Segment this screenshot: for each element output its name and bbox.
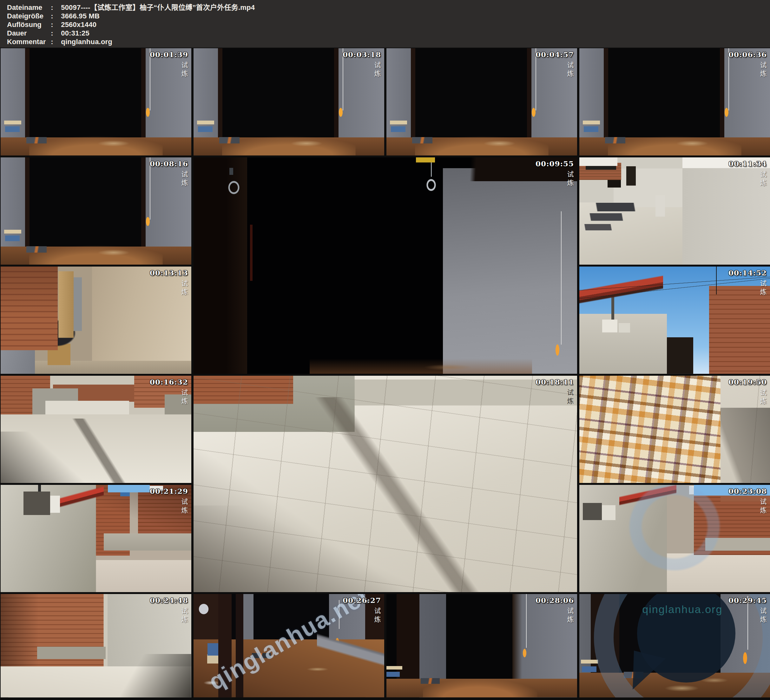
metadata-label: Kommentar [7, 37, 49, 46]
timestamp-overlay: 00:14:52 [728, 269, 767, 277]
video-thumbnail: 00:06:36 试炼 [579, 48, 770, 156]
metadata-separator: : [51, 3, 59, 12]
timestamp-overlay: 00:08:16 [150, 159, 188, 168]
thumbnail-image [1, 267, 191, 374]
timestamp-overlay: 00:28:06 [535, 596, 574, 604]
video-thumbnail: 00:04:57 试炼 [387, 48, 577, 156]
video-thumbnail: 00:08:16 试炼 [1, 157, 191, 265]
timestamp-overlay: 00:23:08 [728, 487, 767, 495]
studio-watermark: 试炼 [759, 171, 766, 188]
thumbnail-image [1, 157, 191, 265]
studio-watermark: 试炼 [374, 608, 380, 624]
video-thumbnail: 00:16:32 试炼 [1, 376, 191, 483]
thumbnail-image [1, 376, 191, 483]
thumbnail-image [579, 267, 770, 374]
thumbnail-image [194, 48, 384, 156]
studio-watermark: 试炼 [566, 389, 573, 406]
video-thumbnail: 00:09:55 试炼 [194, 157, 577, 374]
timestamp-overlay: 00:24:48 [150, 596, 188, 604]
timestamp-overlay: 00:03:18 [343, 50, 381, 59]
thumbnail-image [387, 48, 577, 156]
studio-watermark: 试炼 [759, 608, 766, 624]
metadata-label: Dateiname [7, 3, 49, 12]
video-thumbnail: 00:03:18 试炼 [194, 48, 384, 156]
studio-watermark: 试炼 [374, 62, 380, 79]
timestamp-overlay: 00:01:39 [150, 50, 188, 59]
metadata-value: 50097----【试炼工作室】柚子“仆人限位缚”首次户外任务.mp4 [61, 3, 255, 11]
metadata-label: Dauer [7, 29, 49, 37]
metadata-value: 2560x1440 [61, 21, 97, 29]
thumbnail-image [579, 485, 770, 592]
video-thumbnail: 00:26:27 试炼 qinglanhua.net [194, 594, 384, 697]
video-thumbnail: 00:19:50 试炼 [579, 376, 770, 483]
timestamp-overlay: 00:18:11 [535, 378, 574, 386]
metadata-row: Dateigröße : 3666.95 MB [7, 12, 770, 20]
thumbnail-image [194, 376, 577, 592]
studio-watermark: 试炼 [181, 62, 188, 79]
studio-watermark: 试炼 [181, 171, 188, 188]
thumbnail-image [1, 48, 191, 156]
video-thumbnail: 00:18:11 试炼 [194, 376, 577, 592]
timestamp-overlay: 00:29:45 [728, 596, 767, 604]
studio-watermark: 试炼 [566, 608, 573, 624]
video-thumbnail: 00:24:48 试炼 [1, 594, 191, 697]
video-thumbnail: 00:01:39 试炼 [1, 48, 191, 156]
thumbnail-image [579, 594, 770, 697]
video-thumbnail: 00:29:45 试炼 qinglanhua.org [579, 594, 770, 697]
video-thumbnail: 00:23:08 试炼 [579, 485, 770, 592]
thumbnail-image [1, 485, 191, 592]
studio-watermark: 试炼 [181, 389, 188, 406]
video-thumbnail: 00:21:29 试炼 [1, 485, 191, 592]
studio-watermark: 试炼 [759, 62, 766, 79]
timestamp-overlay: 00:19:50 [728, 378, 767, 386]
timestamp-overlay: 00:11:34 [728, 159, 767, 168]
video-thumbnail: 00:28:06 试炼 [387, 594, 577, 697]
metadata-separator: : [51, 12, 59, 20]
thumbnail-grid: 00:01:39 试炼 00:03:18 试炼 00:04:57 试炼 00:0… [0, 48, 770, 700]
video-thumbnail: 00:14:52 试炼 [579, 267, 770, 374]
thumbnail-image [579, 157, 770, 265]
studio-watermark: 试炼 [181, 280, 188, 297]
timestamp-overlay: 00:21:29 [150, 487, 188, 495]
video-thumbnail: 00:11:34 试炼 [579, 157, 770, 265]
timestamp-overlay: 00:16:32 [150, 378, 188, 386]
metadata-row: Kommentar : qinglanhua.org [7, 37, 770, 46]
metadata-separator: : [51, 20, 59, 29]
metadata-value: qinglanhua.org [61, 38, 112, 46]
timestamp-overlay: 00:26:27 [343, 596, 381, 604]
studio-watermark: 试炼 [181, 498, 188, 515]
metadata-row: Dateiname : 50097----【试炼工作室】柚子“仆人限位缚”首次户… [7, 3, 770, 12]
metadata-separator: : [51, 37, 59, 46]
metadata-value: 00:31:25 [61, 29, 89, 37]
timestamp-overlay: 00:13:13 [150, 269, 188, 277]
studio-watermark: 试炼 [759, 280, 766, 297]
studio-watermark: 试炼 [181, 608, 188, 624]
thumbnail-image [1, 594, 191, 697]
studio-watermark: 试炼 [759, 389, 766, 406]
thumbnail-image [194, 157, 577, 374]
metadata-row: Auflösung : 2560x1440 [7, 20, 770, 29]
thumbnail-image [387, 594, 577, 697]
studio-watermark: 试炼 [566, 62, 573, 79]
studio-watermark: 试炼 [566, 171, 573, 188]
video-thumbnail: 00:13:13 试炼 [1, 267, 191, 374]
metadata-value: 3666.95 MB [61, 12, 100, 20]
thumbnail-image [579, 376, 770, 483]
file-metadata-header: Dateiname : 50097----【试炼工作室】柚子“仆人限位缚”首次户… [0, 0, 770, 48]
metadata-label: Dateigröße [7, 12, 49, 20]
metadata-label: Auflösung [7, 20, 49, 29]
studio-watermark: 试炼 [759, 498, 766, 515]
metadata-separator: : [51, 29, 59, 37]
timestamp-overlay: 00:09:55 [535, 159, 574, 168]
metadata-row: Dauer : 00:31:25 [7, 29, 770, 37]
thumbnail-image [579, 48, 770, 156]
timestamp-overlay: 00:04:57 [535, 50, 574, 59]
timestamp-overlay: 00:06:36 [728, 50, 767, 59]
